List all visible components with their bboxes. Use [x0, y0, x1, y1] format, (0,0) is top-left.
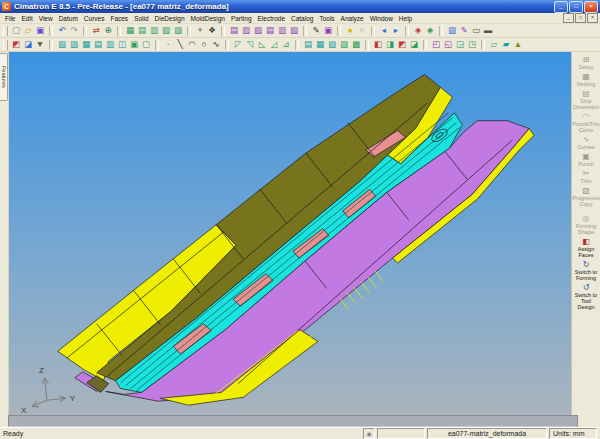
layout-icon-1[interactable]: ◰ — [430, 39, 442, 50]
menu-curves[interactable]: Curves — [81, 15, 108, 22]
menu-faces[interactable]: Faces — [107, 15, 131, 22]
viewport-3d[interactable]: Z Y X — [9, 52, 571, 415]
circle-tool-icon[interactable]: ○ — [198, 39, 210, 50]
surface-tool-icon-3[interactable]: ▧ — [326, 39, 338, 50]
transform-icon-1[interactable]: ◸ — [232, 39, 244, 50]
toolbar-grip[interactable] — [3, 40, 8, 50]
menu-view[interactable]: View — [36, 15, 56, 22]
link-red-icon[interactable]: ◈ — [412, 25, 424, 36]
minimize-button[interactable]: _ — [554, 1, 568, 13]
switch-to-tool-design-button[interactable]: ↺ Switch to Tool Design — [573, 283, 600, 310]
select-faces-icon-2[interactable]: ▨ — [68, 39, 80, 50]
save-file-icon[interactable]: ▣ — [34, 25, 46, 36]
transform-icon-5[interactable]: ⊿ — [280, 39, 292, 50]
model-canvas[interactable]: Z Y X — [9, 52, 571, 415]
compare-icon-3[interactable]: ◩ — [396, 39, 408, 50]
light-off-icon[interactable]: ○ — [356, 25, 368, 36]
punch-button[interactable]: ▣ Punch — [573, 152, 600, 167]
export-icon[interactable]: ▱ — [488, 39, 500, 50]
pick-entity-icon[interactable]: ◩ — [10, 39, 22, 50]
select-faces-icon-4[interactable]: ▤ — [92, 39, 104, 50]
display-icon-1[interactable]: ▭ — [470, 25, 482, 36]
wireframe-mode-icon[interactable]: ▤ — [136, 25, 148, 36]
document-icon-2[interactable]: ▥ — [240, 25, 252, 36]
trim-button[interactable]: ✂ Trim — [573, 169, 600, 184]
transform-icon-3[interactable]: ◺ — [256, 39, 268, 50]
select-faces-icon-5[interactable]: ▥ — [104, 39, 116, 50]
annotate-pen-icon[interactable]: ✎ — [310, 25, 322, 36]
nesting-button[interactable]: ▦ Nesting — [573, 72, 600, 87]
layout-icon-4[interactable]: ◳ — [466, 39, 478, 50]
document-icon-3[interactable]: ▧ — [252, 25, 264, 36]
menu-tools[interactable]: Tools — [316, 15, 337, 22]
menu-window[interactable]: Window — [367, 15, 396, 22]
menu-datum[interactable]: Datum — [56, 15, 81, 22]
mdi-minimize-button[interactable]: _ — [563, 13, 574, 23]
assign-faces-button[interactable]: ◧ Assign Faces — [573, 237, 600, 258]
menu-parting[interactable]: Parting — [228, 15, 255, 22]
compare-icon-4[interactable]: ◪ — [408, 39, 420, 50]
open-file-icon[interactable]: ▱ — [22, 25, 34, 36]
strip-dimension-button[interactable]: ▤ Strip Dimension — [573, 89, 600, 110]
display-icon-2[interactable]: ▬ — [482, 25, 494, 36]
setup-button[interactable]: ⊞ Setup — [573, 55, 600, 70]
menu-molddesign[interactable]: MoldDesign — [188, 15, 228, 22]
swap-view-icon[interactable]: ⇄ — [90, 25, 102, 36]
import-icon[interactable]: ▰ — [500, 39, 512, 50]
menu-analyze[interactable]: Analyze — [338, 15, 367, 22]
document-icon-6[interactable]: ▧ — [288, 25, 300, 36]
forming-shape-button[interactable]: ◎ Forming Shape — [573, 214, 600, 235]
line-tool-icon[interactable]: ╲ — [174, 39, 186, 50]
document-icon-4[interactable]: ▤ — [264, 25, 276, 36]
menu-solid[interactable]: Solid — [131, 15, 151, 22]
spline-tool-icon[interactable]: ∿ — [210, 39, 222, 50]
new-file-icon[interactable]: ▢ — [10, 25, 22, 36]
delete-icon[interactable]: ▲ — [512, 39, 524, 50]
pick-filter-icon[interactable]: ▼ — [34, 39, 46, 50]
transparency-mode-icon[interactable]: ▨ — [172, 25, 184, 36]
pen-icon[interactable]: ✎ — [458, 25, 470, 36]
menu-file[interactable]: File — [2, 15, 18, 22]
features-tab[interactable]: Features — [0, 53, 8, 101]
surface-tool-icon-5[interactable]: ▩ — [350, 39, 362, 50]
menu-diedesign[interactable]: DieDesign — [152, 15, 188, 22]
document-icon-1[interactable]: ▤ — [228, 25, 240, 36]
select-all-icon[interactable]: ▢ — [140, 39, 152, 50]
menu-edit[interactable]: Edit — [18, 15, 35, 22]
document-icon-5[interactable]: ▥ — [276, 25, 288, 36]
select-faces-icon-3[interactable]: ▦ — [80, 39, 92, 50]
surface-tool-icon-1[interactable]: ▤ — [302, 39, 314, 50]
select-faces-icon-6[interactable]: ◫ — [116, 39, 128, 50]
progressive-copy-button[interactable]: ▧ Progressive Copy — [573, 186, 600, 207]
arc-tool-icon[interactable]: ◠ — [186, 39, 198, 50]
switch-to-forming-button[interactable]: ↻ Switch to Forming — [573, 260, 600, 281]
menu-catalog[interactable]: Catalog — [288, 15, 316, 22]
mdi-restore-button[interactable]: □ — [575, 13, 586, 23]
light-on-icon[interactable]: ● — [344, 25, 356, 36]
toolbar-grip[interactable] — [3, 26, 8, 36]
point-tool-icon[interactable]: ∙ — [162, 39, 174, 50]
transform-icon-2[interactable]: ◹ — [244, 39, 256, 50]
layout-icon-3[interactable]: ◲ — [454, 39, 466, 50]
punch-trim-curve-button[interactable]: ◠ Punch/Trim Curve — [573, 112, 600, 133]
transform-icon-4[interactable]: ◿ — [268, 39, 280, 50]
select-faces-icon-1[interactable]: ▧ — [56, 39, 68, 50]
pick-face-icon[interactable]: ◪ — [22, 39, 34, 50]
curves-button[interactable]: ∿ Curves — [573, 135, 600, 150]
compare-icon-2[interactable]: ◨ — [384, 39, 396, 50]
link-green-icon[interactable]: ◈ — [424, 25, 436, 36]
hidden-line-mode-icon[interactable]: ▥ — [148, 25, 160, 36]
palette-icon[interactable]: ▨ — [446, 25, 458, 36]
menu-electrode[interactable]: Electrode — [255, 15, 288, 22]
stamp-doc-icon[interactable]: ▣ — [322, 25, 334, 36]
maximize-button[interactable]: □ — [569, 1, 583, 13]
redo-icon[interactable]: ↷ — [68, 25, 80, 36]
prev-arrow-icon[interactable]: ◂ — [378, 25, 390, 36]
close-button[interactable]: × — [584, 1, 598, 13]
shaded-mode-icon[interactable]: ▦ — [124, 25, 136, 36]
menu-help[interactable]: Help — [396, 15, 415, 22]
layout-icon-2[interactable]: ◱ — [442, 39, 454, 50]
select-solid-icon[interactable]: ▣ — [128, 39, 140, 50]
pan-icon[interactable]: ❖ — [206, 25, 218, 36]
compare-icon-1[interactable]: ◧ — [372, 39, 384, 50]
